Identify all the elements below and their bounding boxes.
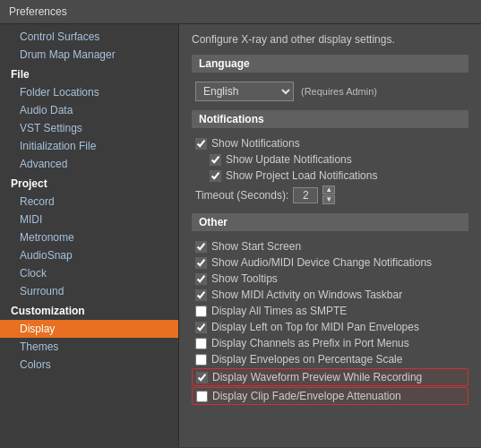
sidebar-header-file: File	[0, 64, 178, 83]
content-description: Configure X-ray and other display settin…	[192, 33, 468, 46]
sidebar-item-advanced[interactable]: Advanced	[0, 155, 178, 173]
notifications-section-header: Notifications	[192, 110, 468, 128]
language-row: English German French Spanish Japanese (…	[192, 80, 468, 103]
show-project-load-label: Show Project Load Notifications	[226, 169, 377, 182]
sidebar-item-control-surfaces[interactable]: Control Surfaces	[0, 28, 178, 46]
display-envelopes-percentage-checkbox[interactable]	[195, 354, 207, 366]
show-notifications-checkbox[interactable]	[195, 138, 207, 150]
show-start-screen-label: Show Start Screen	[211, 240, 301, 253]
display-clip-fade-checkbox[interactable]	[196, 391, 208, 402]
show-notifications-label: Show Notifications	[211, 137, 300, 150]
show-tooltips-checkbox[interactable]	[195, 273, 207, 285]
content-area: Configure X-ray and other display settin…	[179, 24, 481, 447]
sidebar-item-midi[interactable]: MIDI	[0, 211, 178, 228]
sidebar-item-colors[interactable]: Colors	[0, 356, 178, 374]
sidebar-item-surround[interactable]: Surround	[0, 282, 178, 300]
display-envelopes-percentage-row: Display Envelopes on Percentage Scale	[192, 351, 468, 367]
display-waveform-preview-checkbox[interactable]	[196, 372, 208, 383]
display-all-times-smpte-checkbox[interactable]	[195, 306, 207, 317]
display-channels-prefix-label: Display Channels as Prefix in Port Menus	[211, 337, 409, 349]
timeout-label: Timeout (Seconds):	[195, 189, 288, 202]
show-project-load-checkbox[interactable]	[210, 170, 221, 182]
sidebar: Control Surfaces Drum Map Manager File F…	[0, 24, 179, 447]
show-audio-midi-checkbox[interactable]	[195, 257, 207, 269]
display-channels-prefix-row: Display Channels as Prefix in Port Menus	[192, 335, 468, 351]
sidebar-header-customization: Customization	[0, 300, 178, 320]
sidebar-item-themes[interactable]: Themes	[0, 338, 178, 356]
display-channels-prefix-checkbox[interactable]	[195, 338, 207, 349]
requires-admin-label: (Requires Admin)	[301, 86, 377, 97]
show-start-screen-row: Show Start Screen	[192, 238, 468, 254]
display-envelopes-percentage-label: Display Envelopes on Percentage Scale	[211, 353, 402, 366]
show-update-notifications-checkbox[interactable]	[210, 154, 221, 166]
show-update-notifications-row: Show Update Notifications	[192, 151, 468, 168]
sidebar-item-display[interactable]: Display	[0, 320, 178, 338]
other-section-header: Other	[192, 213, 468, 231]
sidebar-item-metronome[interactable]: Metronome	[0, 228, 178, 246]
display-waveform-preview-label: Display Waveform Preview While Recording	[212, 371, 422, 383]
show-tooltips-label: Show Tooltips	[211, 272, 278, 285]
timeout-row: Timeout (Seconds): ▲ ▼	[192, 184, 468, 206]
display-waveform-preview-row: Display Waveform Preview While Recording	[192, 368, 468, 386]
sidebar-item-folder-locations[interactable]: Folder Locations	[0, 83, 178, 101]
timeout-decrement-button[interactable]: ▼	[322, 195, 335, 204]
show-update-notifications-label: Show Update Notifications	[226, 153, 352, 166]
timeout-increment-button[interactable]: ▲	[322, 185, 335, 194]
sidebar-item-record[interactable]: Record	[0, 193, 178, 211]
display-clip-fade-row: Display Clip Fade/Envelope Attenuation	[192, 387, 468, 405]
sidebar-header-project: Project	[0, 173, 178, 193]
language-section-header: Language	[192, 55, 468, 73]
language-dropdown[interactable]: English German French Spanish Japanese	[195, 82, 294, 101]
timeout-input[interactable]	[293, 187, 318, 203]
show-midi-taskbar-label: Show MIDI Activity on Windows Taskbar	[211, 289, 402, 301]
display-left-on-top-checkbox[interactable]	[195, 322, 207, 333]
title-text: Preferences	[9, 5, 67, 18]
display-left-on-top-row: Display Left on Top for MIDI Pan Envelop…	[192, 319, 468, 335]
sidebar-item-drum-map-manager[interactable]: Drum Map Manager	[0, 46, 178, 64]
display-all-times-smpte-label: Display All Times as SMPTE	[211, 305, 347, 317]
show-project-load-row: Show Project Load Notifications	[192, 168, 468, 184]
sidebar-item-audio-data[interactable]: Audio Data	[0, 101, 178, 119]
show-start-screen-checkbox[interactable]	[195, 241, 207, 253]
show-notifications-row: Show Notifications	[192, 135, 468, 151]
display-clip-fade-label: Display Clip Fade/Envelope Attenuation	[212, 390, 401, 402]
show-audio-midi-row: Show Audio/MIDI Device Change Notificati…	[192, 254, 468, 271]
sidebar-item-clock[interactable]: Clock	[0, 264, 178, 282]
sidebar-item-audiosnap[interactable]: AudioSnap	[0, 246, 178, 264]
display-all-times-smpte-row: Display All Times as SMPTE	[192, 303, 468, 319]
show-midi-taskbar-checkbox[interactable]	[195, 289, 207, 301]
show-tooltips-row: Show Tooltips	[192, 271, 468, 287]
show-audio-midi-label: Show Audio/MIDI Device Change Notificati…	[211, 256, 432, 269]
sidebar-item-initialization-file[interactable]: Initialization File	[0, 137, 178, 155]
display-left-on-top-label: Display Left on Top for MIDI Pan Envelop…	[211, 321, 419, 333]
timeout-spinner: ▲ ▼	[322, 185, 335, 204]
show-midi-taskbar-row: Show MIDI Activity on Windows Taskbar	[192, 287, 468, 303]
sidebar-item-vst-settings[interactable]: VST Settings	[0, 119, 178, 137]
title-bar: Preferences	[0, 0, 481, 24]
